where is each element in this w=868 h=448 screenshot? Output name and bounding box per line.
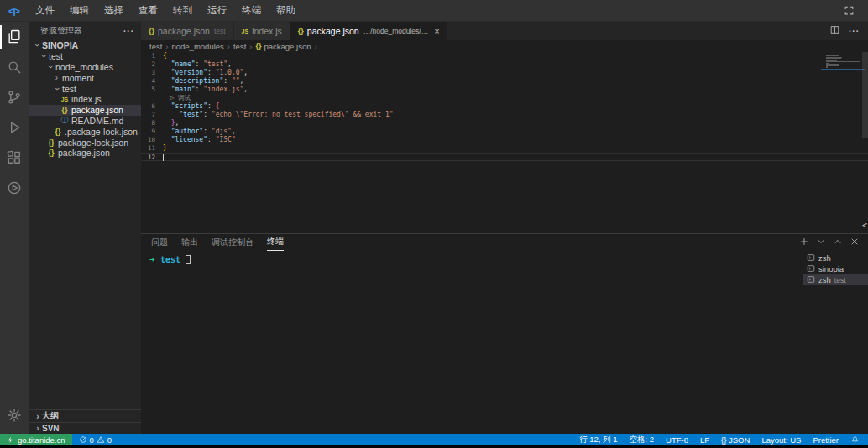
problems-indicator[interactable]: 0 0 bbox=[72, 435, 119, 445]
tree-item[interactable]: ›moment bbox=[29, 72, 141, 83]
tree-item[interactable]: {}.package-lock.json bbox=[29, 126, 141, 137]
tree-item[interactable]: {}package.json bbox=[29, 105, 141, 116]
code-line: 1{ bbox=[141, 52, 868, 60]
terminal-prompt: ➜ test bbox=[149, 255, 803, 264]
code-token: , bbox=[175, 119, 179, 128]
minimap[interactable] bbox=[826, 55, 860, 69]
circle-play-icon[interactable] bbox=[0, 173, 29, 203]
tree-item-label: test bbox=[62, 84, 76, 94]
line-number: 10 bbox=[141, 136, 163, 144]
remote-indicator[interactable]: go.titanide.cn bbox=[0, 434, 72, 445]
status-item[interactable]: LF bbox=[700, 435, 709, 445]
terminal-output[interactable]: ➜ test bbox=[141, 251, 803, 434]
bell-icon[interactable] bbox=[850, 435, 860, 445]
menu-item[interactable]: 帮助 bbox=[269, 2, 303, 19]
code-lines: 1{2 "name": "test",3 "version": "1.0.0",… bbox=[141, 52, 868, 161]
status-item[interactable]: 空格: 2 bbox=[629, 435, 654, 445]
status-item[interactable]: 行 12, 列 1 bbox=[579, 435, 617, 445]
explorer-more-icon[interactable]: ··· bbox=[123, 27, 134, 36]
line-number: 1 bbox=[141, 52, 163, 60]
code-line: 5 "main": "index.js", bbox=[141, 86, 868, 94]
code-token: "scripts" bbox=[171, 102, 207, 111]
run-debug-icon[interactable] bbox=[0, 112, 29, 143]
extensions-icon[interactable] bbox=[0, 143, 29, 173]
terminal-icon bbox=[807, 264, 818, 274]
code-token: "echo \"Error: no test specified\" && ex… bbox=[212, 111, 394, 119]
editor-scrollbar[interactable] bbox=[862, 52, 868, 138]
tree-item[interactable]: ›node_modules bbox=[29, 62, 141, 73]
tree-item[interactable]: ⓘREADME.md bbox=[29, 116, 141, 127]
tab-description: test bbox=[214, 27, 226, 35]
tree-item[interactable]: JSindex.js bbox=[29, 94, 141, 105]
sidebar-section-大纲[interactable]: ›大纲 bbox=[29, 410, 141, 422]
code-editor[interactable]: 1{2 "name": "test",3 "version": "1.0.0",… bbox=[141, 52, 868, 233]
breadcrumb-item[interactable]: ›… bbox=[311, 42, 328, 51]
editor-tab[interactable]: {}package.json…/node_modules/…× bbox=[290, 22, 448, 40]
search-icon[interactable] bbox=[0, 52, 29, 82]
chevron-down-icon[interactable] bbox=[816, 235, 826, 250]
json-file-icon: {} bbox=[298, 27, 304, 35]
tree-item[interactable]: ›SINOPIA bbox=[29, 40, 141, 51]
terminal-list-item[interactable]: zsh bbox=[803, 253, 868, 263]
status-item[interactable]: Prettier bbox=[813, 435, 839, 445]
breadcrumb-item[interactable]: ›{}package.json bbox=[246, 42, 311, 51]
menu-item[interactable]: 选择 bbox=[97, 2, 131, 19]
code-line: 8 }, bbox=[141, 119, 868, 128]
close-icon[interactable] bbox=[850, 235, 860, 250]
panel-tab[interactable]: 终端 bbox=[267, 234, 284, 251]
menu-item[interactable]: 运行 bbox=[200, 2, 234, 19]
status-item[interactable]: {} JSON bbox=[721, 435, 750, 445]
menu-item[interactable]: 转到 bbox=[165, 2, 200, 19]
code-token: : bbox=[207, 69, 216, 77]
editor-more-icon[interactable]: ··· bbox=[849, 27, 860, 36]
editor-actions: ··· bbox=[821, 22, 868, 40]
status-item[interactable]: UTF-8 bbox=[666, 435, 688, 445]
line-number: 3 bbox=[141, 69, 163, 77]
sidebar-section-SVN[interactable]: ›SVN bbox=[29, 422, 141, 434]
line-number: 5 bbox=[141, 86, 163, 94]
codelens-debug[interactable]: ▷ 调试 bbox=[141, 94, 868, 102]
panel-tab[interactable]: 问题 bbox=[151, 235, 168, 251]
source-control-icon[interactable] bbox=[0, 82, 29, 112]
terminal-cursor bbox=[186, 255, 191, 264]
code-line: 12 bbox=[141, 153, 868, 161]
tab-label: index.js bbox=[252, 26, 282, 36]
line-number: 7 bbox=[141, 111, 163, 119]
tab-description: …/node_modules/… bbox=[363, 27, 429, 35]
status-bar: go.titanide.cn 0 0 行 12, 列 1空格: 2UTF-8LF… bbox=[0, 434, 868, 445]
breadcrumb-item[interactable]: ›test bbox=[224, 42, 246, 51]
gear-icon[interactable] bbox=[0, 400, 29, 430]
terminal-list-item[interactable]: zshtest bbox=[803, 274, 868, 285]
code-line: 6 "scripts": { bbox=[141, 102, 868, 111]
files-icon[interactable] bbox=[0, 22, 29, 52]
terminal-list-item[interactable]: sinopia bbox=[803, 263, 868, 274]
close-icon[interactable]: × bbox=[434, 26, 439, 36]
menu-item[interactable]: 查看 bbox=[131, 2, 165, 19]
chevron-left-icon[interactable]: < bbox=[862, 221, 867, 230]
code-line: 10 "license": "ISC" bbox=[141, 136, 868, 144]
tree-item[interactable]: {}package.json bbox=[29, 148, 141, 159]
menu-item[interactable]: 终端 bbox=[234, 2, 269, 19]
chevron-up-icon[interactable] bbox=[833, 235, 843, 250]
status-item[interactable]: Layout: US bbox=[761, 435, 801, 445]
code-token: } bbox=[163, 144, 167, 153]
code-token: , bbox=[232, 128, 236, 136]
code-token: "ISC" bbox=[216, 136, 236, 144]
tabbar-spacer bbox=[448, 22, 821, 40]
breadcrumb-item[interactable]: test bbox=[149, 42, 162, 51]
breadcrumb-item[interactable]: ›node_modules bbox=[162, 42, 224, 51]
expand-icon[interactable] bbox=[841, 3, 856, 18]
split-editor-icon[interactable] bbox=[829, 23, 840, 39]
menu-item[interactable]: 编辑 bbox=[62, 2, 97, 19]
code-token bbox=[163, 69, 171, 77]
panel-tab[interactable]: 输出 bbox=[181, 235, 198, 251]
tree-item[interactable]: ›test bbox=[29, 51, 141, 62]
tree-item[interactable]: {}package-lock.json bbox=[29, 137, 141, 148]
panel-tab[interactable]: 调试控制台 bbox=[212, 235, 254, 251]
plus-icon[interactable] bbox=[799, 235, 809, 250]
menu-item[interactable]: 文件 bbox=[28, 2, 62, 19]
tree-item[interactable]: ›test bbox=[29, 83, 141, 94]
editor-tab[interactable]: JSindex.js bbox=[234, 22, 290, 40]
editor-tab[interactable]: {}package.jsontest bbox=[141, 22, 234, 40]
tab-label: package.json bbox=[158, 26, 210, 36]
